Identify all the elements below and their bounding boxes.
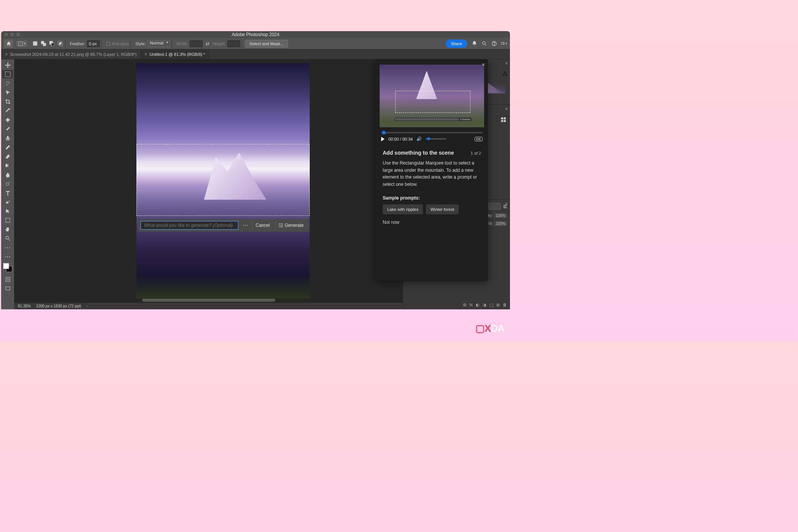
svg-rect-27 [501, 117, 503, 119]
width-input [190, 40, 203, 47]
close-icon[interactable] [4, 33, 8, 36]
document-tab[interactable]: × Untitled-1 @ 81.3% (RGB/8) * [141, 49, 209, 59]
generate-button[interactable]: Generate [275, 221, 307, 230]
height-input [227, 40, 240, 47]
pen-tool[interactable] [2, 198, 13, 206]
sample-prompts-label: Sample prompts: [383, 195, 481, 201]
quick-select-tool[interactable] [2, 88, 13, 97]
path-select-tool[interactable] [2, 207, 13, 215]
play-icon[interactable] [381, 137, 385, 141]
maximize-icon[interactable] [16, 33, 20, 36]
close-icon[interactable]: × [482, 62, 485, 68]
marquee-tool[interactable] [2, 70, 13, 78]
history-brush-tool[interactable] [2, 143, 13, 151]
svg-point-21 [5, 236, 8, 239]
traffic-lights [4, 33, 20, 36]
lasso-tool[interactable] [2, 79, 13, 87]
document-dimensions: 1200 px x 1630 px (72 ppi) [36, 304, 81, 308]
video-scrubber[interactable] [381, 132, 483, 133]
main-area: ⋯ ⋯ ⋯ Cancel Gen [1, 59, 510, 309]
more-options-icon[interactable]: ⋯ [241, 222, 250, 228]
marquee-tool-selector[interactable]: ▾ [16, 41, 27, 47]
crop-tool[interactable] [2, 97, 13, 106]
grid-view-icon[interactable] [501, 117, 506, 124]
gradient-tool[interactable] [2, 161, 13, 169]
group-icon[interactable]: ▢ [489, 302, 493, 307]
style-select[interactable]: Normal ▾ [147, 40, 170, 47]
more-tools-icon[interactable]: ⋯ [2, 252, 13, 261]
eraser-tool[interactable] [2, 152, 13, 160]
tutorial-video-thumbnail[interactable]: ⟳ Generate [380, 65, 484, 127]
svg-line-10 [485, 44, 486, 45]
add-selection-icon[interactable] [40, 40, 47, 47]
hand-tool[interactable] [2, 225, 13, 233]
feather-input[interactable] [87, 40, 100, 47]
foreground-color-swatch[interactable] [3, 263, 9, 269]
fx-icon[interactable]: fx [469, 302, 473, 307]
dodge-tool[interactable] [2, 179, 13, 188]
swap-dimensions-icon[interactable]: ⇄ [204, 40, 211, 47]
volume-slider[interactable] [426, 138, 446, 139]
minimize-icon[interactable] [10, 33, 14, 36]
fill-value[interactable]: 100% [494, 221, 507, 226]
move-tool[interactable] [2, 61, 13, 69]
close-icon[interactable]: × [5, 52, 8, 57]
select-and-mask-button[interactable]: Select and Mask... [245, 40, 288, 48]
bell-icon[interactable] [471, 41, 477, 47]
panel-menu-icon[interactable]: ≡ [505, 106, 508, 111]
shape-tool[interactable] [2, 216, 13, 224]
adjustment-icon[interactable]: ◑ [483, 302, 486, 307]
svg-rect-28 [504, 117, 506, 119]
intersect-selection-icon[interactable] [57, 40, 63, 47]
antialias-checkbox [106, 42, 110, 46]
stamp-tool[interactable] [2, 134, 13, 142]
delete-icon[interactable]: 🗑 [503, 302, 507, 307]
link-layers-icon[interactable]: ⧉ [463, 302, 466, 307]
tutorial-description: Use the Rectangular Marquee tool to sele… [383, 160, 481, 188]
color-swatches[interactable] [3, 263, 12, 272]
eyedropper-tool[interactable] [2, 106, 13, 115]
app-title: Adobe Photoshop 2024 [232, 32, 279, 37]
help-icon[interactable] [491, 41, 497, 47]
share-button[interactable]: Share [446, 40, 467, 48]
generate-prompt-input[interactable] [140, 221, 239, 230]
watermark: ▢XDA [475, 323, 504, 334]
edit-toolbar-icon[interactable]: ⋯ [2, 243, 13, 252]
horizontal-scrollbar[interactable] [142, 299, 275, 302]
subtract-selection-icon[interactable] [48, 40, 55, 47]
sample-prompt-chip[interactable]: Winter forest [426, 204, 459, 214]
close-icon[interactable]: × [144, 52, 147, 57]
document-tab[interactable]: × Screenshot 2024-09-23 at 11.42.21.png … [1, 49, 141, 59]
brush-tool[interactable] [2, 125, 13, 133]
mask-icon[interactable]: ◐ [476, 302, 480, 307]
heal-tool[interactable] [2, 116, 13, 124]
canvas-area: ⋯ Cancel Generate 81.35% 1200 px x 1630 … [14, 59, 403, 309]
panel-menu-icon[interactable]: ≡ [505, 61, 508, 65]
svg-rect-25 [5, 287, 10, 290]
canvas-viewport[interactable]: ⋯ Cancel Generate [14, 59, 403, 302]
not-now-link[interactable]: Not now [383, 220, 481, 225]
panel-menu-icon[interactable]: ≡ [505, 201, 508, 206]
zoom-level[interactable]: 81.35% [18, 304, 31, 308]
svg-line-22 [8, 239, 10, 241]
type-tool[interactable] [2, 188, 13, 197]
zoom-tool[interactable] [2, 234, 13, 242]
svg-rect-29 [501, 120, 503, 122]
new-layer-icon[interactable]: ⊞ [496, 302, 500, 307]
status-more-icon[interactable]: › [86, 304, 87, 308]
cancel-button[interactable]: Cancel [252, 221, 273, 230]
blur-tool[interactable] [2, 170, 13, 179]
opacity-value[interactable]: 100% [494, 213, 507, 218]
svg-rect-3 [43, 43, 46, 46]
home-button[interactable] [4, 40, 13, 48]
tools-panel: ⋯ ⋯ [1, 59, 14, 309]
captions-button[interactable]: CC [475, 137, 483, 141]
options-bar: ▾ Feather: Anti-alias Style: Normal ▾ Wi… [1, 38, 510, 49]
sample-prompt-chip[interactable]: Lake with ripples [383, 204, 423, 214]
volume-icon[interactable]: 🔊 [416, 136, 422, 141]
quick-mask-icon[interactable] [2, 275, 13, 283]
workspace-icon[interactable]: ▾ [501, 41, 507, 47]
search-icon[interactable] [481, 41, 487, 47]
screen-mode-icon[interactable] [2, 284, 13, 293]
new-selection-icon[interactable] [32, 40, 38, 47]
